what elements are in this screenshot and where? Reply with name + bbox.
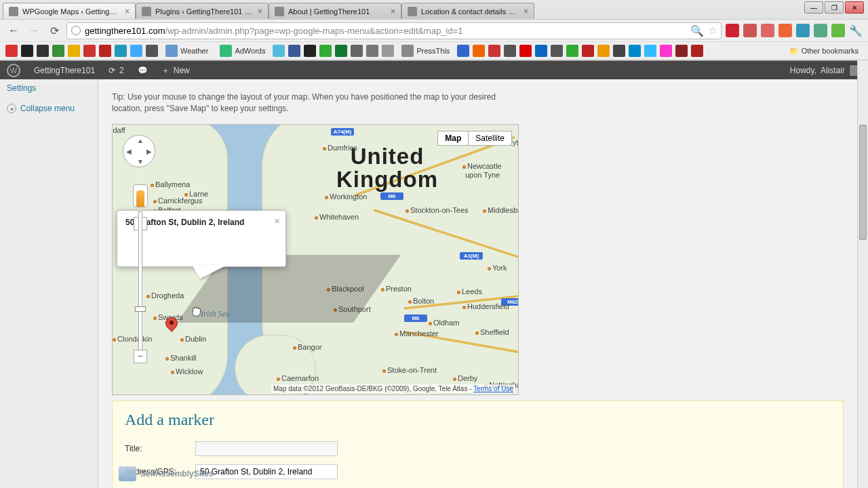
bookmark-icon[interactable] — [613, 45, 625, 57]
extension-icon[interactable] — [743, 24, 757, 37]
extension-icon[interactable] — [796, 24, 810, 37]
bookmark-icon[interactable] — [488, 45, 500, 57]
scrollbar-thumb[interactable] — [859, 125, 867, 240]
adminbar-new[interactable]: ＋New — [155, 61, 197, 80]
bookmark-icon[interactable] — [675, 45, 688, 57]
bookmark-icon[interactable] — [644, 45, 656, 57]
sidemenu-settings[interactable]: Settings — [0, 79, 98, 97]
tab-close-icon[interactable]: × — [524, 7, 528, 16]
map-type-map[interactable]: Map — [438, 131, 469, 145]
wp-logo-menu[interactable]: W — [0, 61, 27, 80]
bookmark-icon[interactable] — [99, 45, 111, 57]
city-label: Derby — [453, 374, 477, 382]
extension-icon[interactable] — [831, 24, 845, 37]
bookmark-icon[interactable] — [660, 45, 672, 57]
bookmark-icon[interactable] — [597, 45, 610, 57]
bookmark-icon[interactable] — [5, 45, 18, 57]
pan-right-icon[interactable]: ▶ — [146, 148, 152, 155]
browser-tab-4[interactable]: Location & contact details of B...× — [401, 3, 534, 19]
bookmark-icon[interactable] — [691, 45, 703, 57]
extension-icon[interactable] — [814, 24, 827, 37]
address-input[interactable] — [195, 464, 338, 479]
city-label: Dumfries — [323, 144, 357, 152]
bookmark-icon[interactable] — [304, 45, 316, 57]
google-map[interactable]: A74(M) M6 M6 A1(M) M62 UnitedKingdom Iri… — [112, 124, 519, 395]
zoom-slider-handle[interactable] — [135, 306, 146, 312]
tab-close-icon[interactable]: × — [258, 7, 262, 16]
city-label: Stoke-on-Trent — [382, 366, 437, 374]
title-input[interactable] — [195, 441, 338, 456]
window-close-button[interactable]: ✕ — [845, 1, 864, 14]
browser-tab-2[interactable]: Plugins ‹ GettingThere101 — W× — [136, 3, 269, 19]
bookmark-weather[interactable]: Weather — [161, 45, 212, 57]
bookmark-star-icon[interactable]: ☆ — [708, 24, 717, 37]
browser-tab-1[interactable]: WPGoogle Maps ‹ GettingThere...× — [3, 3, 136, 19]
bookmark-icon[interactable] — [52, 45, 64, 57]
zoom-out-button[interactable]: − — [134, 350, 147, 363]
bookmark-icon[interactable] — [115, 45, 127, 57]
window-maximize-button[interactable]: ❐ — [825, 1, 844, 14]
window-controls: — ❐ ✕ — [804, 1, 864, 14]
adminbar-updates[interactable]: ⟳2 — [102, 61, 131, 80]
bookmark-icon[interactable] — [351, 45, 363, 57]
browser-tab-3[interactable]: About | GettingThere101× — [269, 3, 401, 19]
bookmark-icon[interactable] — [535, 45, 547, 57]
map-marker[interactable] — [165, 317, 179, 331]
adminbar-comments[interactable]: 💬 — [131, 61, 155, 80]
extension-icon[interactable] — [778, 24, 792, 37]
watermark: SelfAssemblySites — [119, 466, 213, 481]
adminbar-site-name[interactable]: GettingThere101 — [27, 61, 102, 80]
other-bookmarks[interactable]: 📁Other bookmarks — [785, 45, 863, 57]
bookmark-icon[interactable] — [146, 45, 158, 57]
bookmark-icon[interactable] — [37, 45, 49, 57]
tab-close-icon[interactable]: × — [391, 7, 395, 16]
bookmark-icon[interactable] — [629, 45, 641, 57]
bookmark-icon[interactable] — [551, 45, 563, 57]
pan-up-icon[interactable]: ▲ — [137, 137, 144, 144]
zoom-slider[interactable] — [138, 211, 142, 354]
bookmark-icon[interactable] — [288, 45, 300, 57]
bookmark-icon[interactable] — [21, 45, 33, 57]
map-terms-link[interactable]: Terms of Use — [473, 385, 513, 392]
tip-text: Tip: Use your mouse to change the layout… — [112, 92, 505, 115]
address-bar[interactable]: gettingthere101.com/wp-admin/admin.php?p… — [66, 22, 722, 39]
page-scrollbar[interactable] — [857, 60, 868, 488]
infowindow-close-icon[interactable]: × — [274, 215, 280, 226]
extension-icon[interactable] — [761, 24, 774, 37]
bookmark-icon[interactable] — [566, 45, 578, 57]
adminbar-account[interactable]: Howdy, Alistair — [783, 61, 868, 80]
bookmark-adwords[interactable]: AdWords — [216, 45, 269, 57]
extension-icon[interactable] — [726, 24, 739, 37]
map-pan-control[interactable]: ▲ ▼ ◀ ▶ — [123, 135, 155, 167]
bookmark-icon[interactable] — [582, 45, 594, 57]
bookmark-icon[interactable] — [504, 45, 516, 57]
sidemenu-collapse[interactable]: ◂ Collapse menu — [0, 97, 98, 120]
window-minimize-button[interactable]: — — [804, 1, 823, 14]
tab-close-icon[interactable]: × — [125, 7, 130, 16]
bookmark-icon[interactable] — [473, 45, 485, 57]
bookmark-icon[interactable] — [382, 45, 394, 57]
pan-left-icon[interactable]: ◀ — [126, 148, 132, 155]
wrench-menu-icon[interactable]: 🔧 — [849, 24, 863, 37]
streetview-pegman[interactable] — [133, 184, 148, 207]
bookmark-icon[interactable] — [273, 45, 285, 57]
pan-down-icon[interactable]: ▼ — [137, 158, 144, 165]
bookmark-icon[interactable] — [130, 45, 142, 57]
bookmark-icon[interactable] — [335, 45, 347, 57]
action-icon[interactable]: 🔍 — [690, 24, 704, 37]
reload-button[interactable]: ⟳ — [46, 22, 62, 39]
forward-button[interactable]: → — [26, 22, 42, 39]
bookmark-icon[interactable] — [457, 45, 469, 57]
bookmark-icon[interactable] — [68, 45, 80, 57]
url-text[interactable]: gettingthere101.com/wp-admin/admin.php?p… — [85, 26, 686, 36]
bookmark-icon[interactable] — [519, 45, 532, 57]
bookmark-pressthis[interactable]: PressThis — [397, 45, 454, 57]
map-type-satellite[interactable]: Satellite — [469, 131, 511, 145]
bookmark-icon[interactable] — [366, 45, 378, 57]
back-button[interactable]: ← — [5, 22, 22, 39]
site-identity-icon — [71, 26, 81, 35]
title-label: Title: — [125, 444, 186, 453]
bookmark-icon[interactable] — [83, 45, 96, 57]
bookmark-icon[interactable] — [319, 45, 332, 57]
watermark-icon — [119, 466, 136, 481]
